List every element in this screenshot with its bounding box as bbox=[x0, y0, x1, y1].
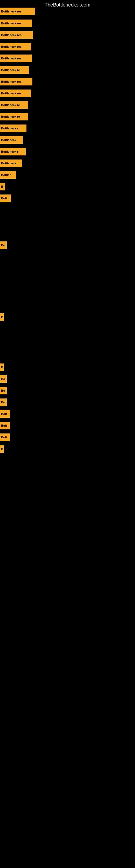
bottleneck-bar-8[interactable]: Bottleneck res bbox=[0, 90, 31, 97]
bottleneck-bar-15[interactable]: Bottler bbox=[0, 171, 16, 179]
bottleneck-bar-5[interactable]: Bottleneck res bbox=[0, 55, 32, 62]
bottleneck-bar-13[interactable]: Bottleneck r bbox=[0, 148, 26, 155]
bottleneck-bar-12[interactable]: Bottleneck bbox=[0, 136, 23, 144]
bottleneck-bar-6[interactable]: Bottleneck re bbox=[0, 66, 29, 74]
bottleneck-bar-26[interactable]: Bott bbox=[0, 433, 10, 441]
bottleneck-bar-10[interactable]: Bottleneck re bbox=[0, 113, 28, 120]
bottleneck-bar-25[interactable]: Bott bbox=[0, 422, 10, 429]
bottleneck-bar-20[interactable]: B bbox=[0, 364, 4, 371]
bottleneck-bar-4[interactable]: Bottleneck res bbox=[0, 43, 31, 51]
bottleneck-bar-24[interactable]: Bott bbox=[0, 410, 10, 418]
bottleneck-bar-7[interactable]: Bottleneck res bbox=[0, 78, 32, 86]
bottleneck-bar-18[interactable]: Bo bbox=[0, 241, 7, 249]
bottleneck-bar-21[interactable]: Bo bbox=[0, 375, 7, 383]
bottleneck-bar-22[interactable]: Bo bbox=[0, 387, 7, 394]
bottleneck-bar-3[interactable]: Bottleneck res bbox=[0, 31, 33, 39]
bottleneck-bar-14[interactable]: Bottleneck bbox=[0, 159, 22, 167]
bottleneck-bar-19[interactable]: B bbox=[0, 313, 4, 321]
bottleneck-bar-16[interactable]: B bbox=[0, 183, 5, 190]
bottleneck-bar-9[interactable]: Bottleneck re bbox=[0, 101, 28, 109]
bottleneck-bar-23[interactable]: Bo bbox=[0, 399, 7, 406]
bottleneck-bar-1[interactable]: Bottleneck res bbox=[0, 8, 35, 15]
bottleneck-bar-2[interactable]: Bottleneck res bbox=[0, 20, 32, 27]
bottleneck-bar-17[interactable]: Bott bbox=[0, 194, 11, 202]
bottleneck-bar-11[interactable]: Bottleneck r bbox=[0, 124, 27, 132]
bottleneck-bar-27[interactable]: B bbox=[0, 445, 4, 453]
